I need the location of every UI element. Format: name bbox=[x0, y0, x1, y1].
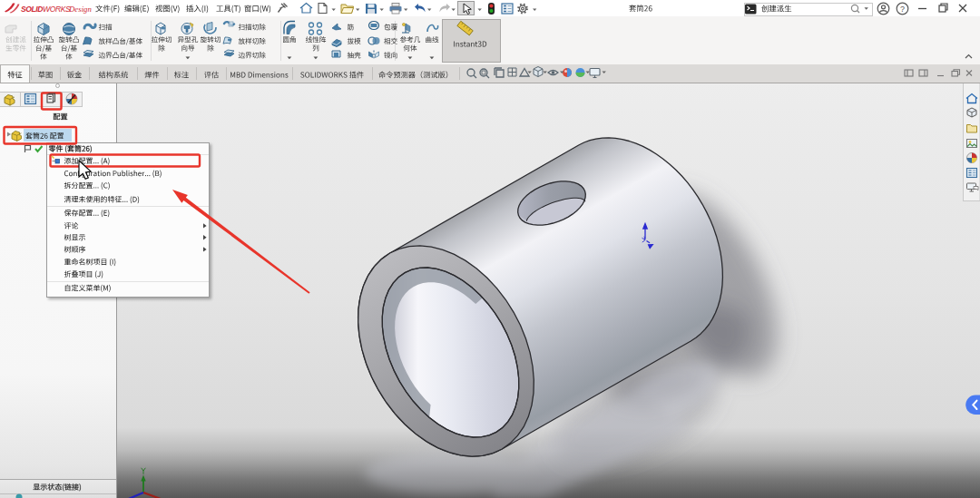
svg-text:Design: Design bbox=[68, 5, 93, 14]
svg-text:SOLIDWORKS: SOLIDWORKS bbox=[21, 5, 71, 14]
svg-text:?: ? bbox=[900, 5, 905, 14]
